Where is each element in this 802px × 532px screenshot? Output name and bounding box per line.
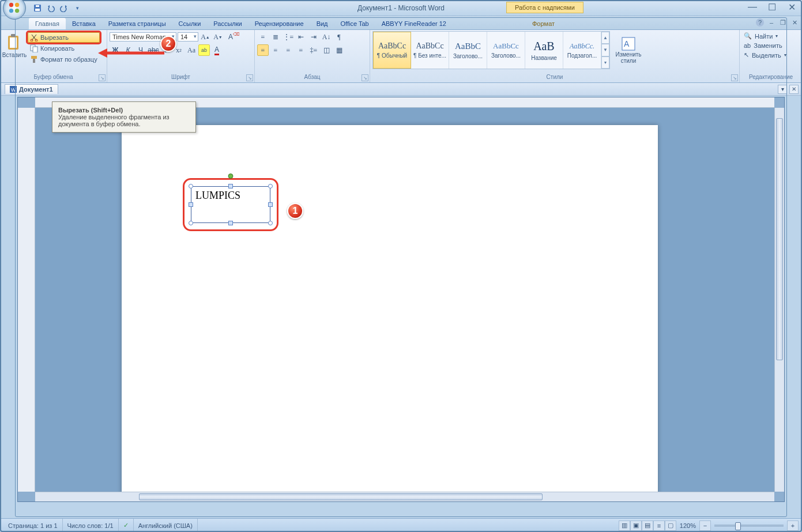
view-outline-icon[interactable]: ≡ (653, 520, 665, 531)
scissors-icon (30, 33, 38, 41)
resize-handle-bl[interactable] (189, 221, 193, 225)
tab-references[interactable]: Ссылки (172, 18, 208, 29)
tab-review[interactable]: Рецензирование (248, 18, 310, 29)
cut-button[interactable]: Вырезать (28, 32, 100, 43)
shading-icon[interactable]: ◫ (321, 44, 332, 56)
zoom-slider[interactable] (714, 525, 784, 527)
text-box[interactable]: LUMPICS (187, 183, 274, 227)
resize-handle-l[interactable] (189, 202, 193, 207)
numbering-icon[interactable]: ≣ (270, 31, 281, 43)
gallery-down-icon[interactable]: ▼ (601, 44, 609, 56)
tab-mailings[interactable]: Рассылки (207, 18, 248, 29)
tab-abbyy[interactable]: ABBYY FineReader 12 (375, 18, 453, 29)
styles-gallery[interactable]: AaBbCc¶ Обычный AaBbCc¶ Без инте... AaBb… (372, 31, 610, 69)
paragraph-launcher[interactable]: ↘ (362, 74, 368, 81)
tab-insert[interactable]: Вставка (66, 18, 102, 29)
horizontal-scrollbar-thumb[interactable] (139, 493, 543, 500)
maximize-button[interactable]: ☐ (765, 2, 780, 12)
zoom-in-button[interactable]: + (787, 520, 799, 531)
align-right-icon[interactable]: ≡ (283, 44, 294, 56)
vertical-ruler[interactable] (18, 108, 35, 492)
close-button[interactable]: ✕ (784, 2, 799, 12)
resize-handle-t[interactable] (228, 184, 233, 188)
align-left-icon[interactable]: ≡ (257, 44, 269, 56)
replace-button[interactable]: abЗаменить (742, 41, 800, 50)
clipboard-launcher[interactable]: ↘ (99, 74, 106, 81)
resize-handle-tl[interactable] (189, 184, 193, 188)
view-print-layout-icon[interactable]: ▥ (619, 520, 630, 531)
vertical-scrollbar-thumb[interactable] (776, 118, 783, 360)
font-color-icon[interactable]: A (211, 44, 223, 56)
document-canvas[interactable]: LUMPICS (35, 108, 774, 492)
horizontal-scrollbar[interactable] (35, 492, 774, 501)
bullets-icon[interactable]: ≡ (257, 31, 269, 43)
tab-view[interactable]: Вид (310, 18, 334, 29)
format-painter-button[interactable]: Формат по образцу (28, 54, 100, 65)
style-title[interactable]: АаВНазвание (525, 32, 563, 69)
mdi-minimize-icon[interactable]: – (767, 18, 775, 27)
tab-format[interactable]: Формат (526, 18, 561, 29)
align-center-icon[interactable]: ≡ (270, 44, 281, 56)
view-web-icon[interactable]: ▤ (642, 520, 653, 531)
help-icon[interactable]: ? (756, 18, 764, 27)
undo-icon[interactable] (45, 2, 57, 14)
highlight-icon[interactable]: ab (198, 44, 210, 56)
paste-button[interactable]: Вставить (2, 31, 27, 71)
clear-formatting-icon[interactable]: A⌫ (225, 31, 236, 43)
grow-font-icon[interactable]: A▲ (199, 31, 211, 43)
style-normal[interactable]: AaBbCc¶ Обычный (373, 32, 411, 69)
view-draft-icon[interactable]: ▢ (665, 520, 676, 531)
resize-handle-tr[interactable] (268, 184, 273, 188)
resize-handle-br[interactable] (268, 221, 273, 225)
tab-office-tab[interactable]: Office Tab (334, 18, 375, 29)
minimize-button[interactable]: — (745, 2, 760, 12)
change-case-icon[interactable]: Aa (186, 44, 197, 56)
page[interactable]: LUMPICS (122, 125, 658, 492)
mdi-restore-icon[interactable]: ❐ (779, 18, 787, 27)
increase-indent-icon[interactable]: ⇥ (308, 31, 319, 43)
zoom-level[interactable]: 120% (676, 522, 699, 529)
style-no-spacing[interactable]: AaBbCc¶ Без инте... (411, 32, 449, 69)
line-spacing-icon[interactable]: ‡≡ (308, 44, 319, 56)
style-heading1[interactable]: AaBbCЗаголово... (449, 32, 487, 69)
font-size-combo[interactable]: 14 (178, 32, 198, 41)
status-language[interactable]: Английский (США) (134, 519, 198, 532)
redo-icon[interactable] (58, 2, 70, 14)
change-styles-button[interactable]: A Изменить стили (612, 31, 645, 69)
view-full-screen-icon[interactable]: ▣ (630, 520, 642, 531)
show-marks-icon[interactable]: ¶ (333, 31, 345, 43)
decrease-indent-icon[interactable]: ⇤ (295, 31, 307, 43)
rotate-handle[interactable] (228, 173, 234, 179)
copy-button[interactable]: Копировать (28, 43, 100, 54)
save-icon[interactable] (32, 2, 43, 14)
text-box-content[interactable]: LUMPICS (195, 190, 240, 202)
resize-handle-b[interactable] (228, 221, 233, 225)
doctabs-dropdown-icon[interactable]: ▾ (778, 85, 787, 94)
justify-icon[interactable]: ≡ (295, 44, 307, 56)
status-page[interactable]: Страница: 1 из 1 (3, 519, 63, 532)
style-heading2[interactable]: AaBbCcЗаголово... (487, 32, 525, 69)
mdi-close-icon[interactable]: ✕ (790, 18, 799, 27)
status-words[interactable]: Число слов: 1/1 (63, 519, 119, 532)
document-tab[interactable]: W Документ1 (5, 84, 58, 94)
zoom-out-button[interactable]: − (699, 520, 711, 531)
sort-icon[interactable]: A↓ (321, 31, 332, 43)
resize-handle-r[interactable] (268, 202, 273, 207)
style-subtitle[interactable]: AaBbCc.Подзагол... (563, 32, 601, 69)
vertical-scrollbar[interactable] (774, 108, 784, 492)
qat-dropdown-icon[interactable]: ▾ (71, 2, 83, 14)
tab-page-layout[interactable]: Разметка страницы (102, 18, 172, 29)
tab-home[interactable]: Главная (29, 18, 66, 29)
styles-launcher[interactable]: ↘ (731, 74, 738, 81)
binoculars-icon: 🔍 (744, 32, 752, 40)
doctabs-close-icon[interactable]: ✕ (789, 85, 799, 94)
status-proofing[interactable]: ✓ (119, 519, 134, 532)
gallery-up-icon[interactable]: ▲ (601, 32, 609, 44)
find-button[interactable]: 🔍Найти▾ (742, 31, 800, 41)
multilevel-icon[interactable]: ⋮≡ (283, 31, 294, 43)
borders-icon[interactable]: ▦ (333, 44, 345, 56)
gallery-more-icon[interactable]: ▾ (601, 56, 609, 69)
font-launcher[interactable]: ↘ (246, 74, 253, 81)
shrink-font-icon[interactable]: A▼ (212, 31, 224, 43)
select-button[interactable]: ↖Выделить▾ (742, 50, 800, 60)
